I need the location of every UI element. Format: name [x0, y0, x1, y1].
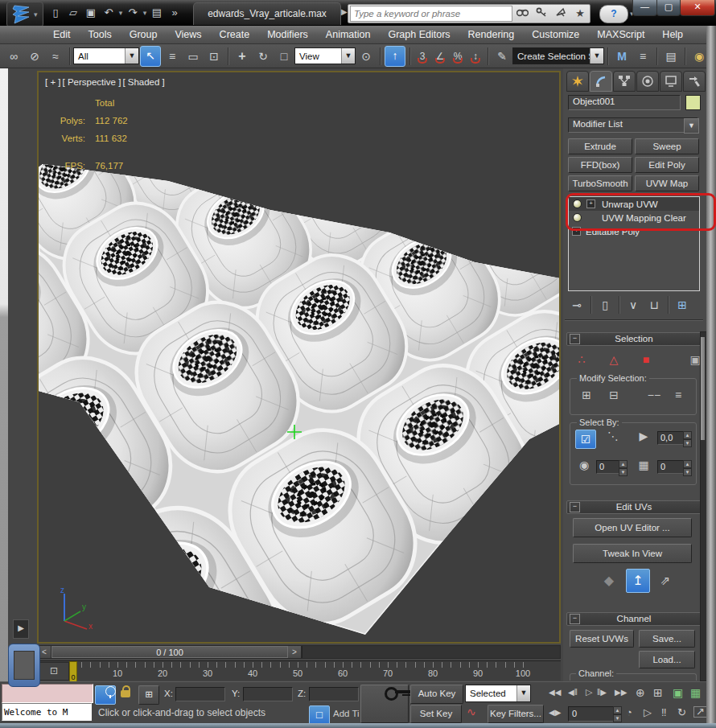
uv-projection-icon[interactable]: ⇗: [655, 570, 676, 591]
workspace-icon[interactable]: ▤: [148, 5, 166, 21]
stack-row-editable-poly[interactable]: + Editable Poly: [569, 224, 699, 238]
menu-rendering[interactable]: Rendering: [459, 26, 524, 43]
redo-icon[interactable]: ↷: [124, 5, 142, 21]
y-coord-field[interactable]: [243, 687, 293, 701]
modifier-button-ffd-box[interactable]: FFD(box): [568, 157, 632, 173]
search-binoculars-icon[interactable]: [512, 6, 532, 22]
reset-uvws-button[interactable]: Reset UVWs: [570, 630, 634, 648]
menu-animation[interactable]: Animation: [317, 26, 380, 43]
show-end-result-icon[interactable]: ▯: [595, 295, 615, 315]
modifier-button-edit-poly[interactable]: Edit Poly: [635, 157, 699, 173]
smoothing-group-spinner[interactable]: ▲▼: [619, 460, 628, 476]
current-frame-marker[interactable]: 0: [69, 661, 77, 682]
open-mini-curve-editor-button[interactable]: ⊡: [39, 662, 69, 681]
application-menu-button[interactable]: ▾: [6, 2, 43, 27]
uv-tweak-active-icon[interactable]: ↥: [626, 569, 650, 593]
planar-angle-field[interactable]: 0,0: [657, 431, 686, 445]
edge-ring-icon[interactable]: ≡: [669, 389, 688, 401]
tab-display[interactable]: [660, 71, 682, 92]
add-time-tag[interactable]: Add Ti: [333, 709, 360, 718]
modifier-list-arrow-icon[interactable]: ▼: [684, 118, 699, 134]
redo-dropdown-icon[interactable]: ▾: [142, 5, 148, 21]
select-and-link-icon[interactable]: ∞: [4, 47, 23, 66]
frame-spinner[interactable]: ▲▼: [613, 706, 622, 722]
qat-more-icon[interactable]: »: [166, 5, 183, 21]
next-frame-icon[interactable]: ‖▶: [597, 688, 607, 697]
menu-views[interactable]: Views: [166, 26, 210, 43]
modifier-button-turbosmooth[interactable]: TurboSmooth: [568, 175, 632, 191]
pin-stack-icon[interactable]: ⊸: [567, 295, 586, 315]
named-selection-sets-dropdown[interactable]: Create Selection Se ▼: [512, 47, 604, 64]
select-by-smoothing-group-icon[interactable]: ◉: [575, 459, 593, 471]
menu-graph-editors[interactable]: Graph Editors: [379, 26, 459, 43]
use-pivot-point-icon[interactable]: ⊙: [356, 47, 376, 66]
shrink-selection-icon[interactable]: ⊟: [604, 389, 623, 401]
object-name-field[interactable]: Object001: [568, 95, 681, 110]
time-configuration-icon[interactable]: ◔: [626, 706, 632, 718]
select-and-rotate-icon[interactable]: ↻: [253, 47, 273, 66]
matid-field[interactable]: 0: [657, 460, 686, 474]
select-object-icon[interactable]: ↖: [140, 46, 161, 67]
modifier-button-sweep[interactable]: Sweep: [635, 138, 699, 154]
grow-selection-icon[interactable]: ⊞: [577, 389, 596, 401]
undo-dropdown-icon[interactable]: ▾: [117, 5, 124, 21]
expand-icon[interactable]: +: [586, 199, 595, 208]
remove-modifier-icon[interactable]: ⊔: [644, 295, 664, 315]
close-button[interactable]: ✕: [680, 0, 715, 16]
menu-help[interactable]: Help: [653, 26, 692, 43]
tab-utilities[interactable]: [683, 71, 706, 92]
unlink-selection-icon[interactable]: ⊘: [25, 47, 44, 66]
vertex-mode-icon[interactable]: ∴: [572, 350, 591, 369]
maximize-button[interactable]: ▢: [656, 0, 681, 16]
tab-create[interactable]: [566, 71, 589, 92]
save-file-icon[interactable]: ▣: [82, 5, 100, 21]
coordinate-display-toggle[interactable]: ⊞: [138, 685, 159, 705]
next-frame-arrow[interactable]: >: [288, 646, 302, 658]
viewport-layout-tab-active[interactable]: [8, 644, 40, 687]
previous-frame-icon[interactable]: ◀‖: [568, 688, 578, 697]
open-file-icon[interactable]: ▱: [64, 5, 82, 21]
window-crossing-icon[interactable]: ⊡: [204, 47, 224, 66]
select-by-name-icon[interactable]: ≡: [163, 47, 182, 66]
zoom-all-icon[interactable]: ⊞: [653, 686, 663, 699]
zoom-extents-all-icon[interactable]: ▦: [690, 686, 701, 699]
key-mode-toggle-icon[interactable]: ◀▶: [549, 708, 561, 717]
viewport-pov-menu[interactable]: [ Perspective ]: [63, 77, 121, 87]
menu-customize[interactable]: Customize: [523, 26, 588, 43]
edge-mode-icon[interactable]: △: [604, 350, 623, 369]
play-icon[interactable]: ▷: [586, 687, 592, 697]
tab-hierarchy[interactable]: [613, 71, 636, 92]
set-keys-button[interactable]: [360, 685, 409, 723]
default-tangent-icon[interactable]: ∿: [467, 705, 476, 718]
rollout-edit-uvs-header[interactable]: − Edit UVs: [566, 500, 702, 514]
tweak-in-view-button[interactable]: Tweak In View: [573, 544, 692, 563]
zoom-icon[interactable]: ⊕: [636, 686, 645, 699]
uv-transform-disabled-icon[interactable]: ◆: [599, 570, 619, 591]
field-of-view-icon[interactable]: ▷: [644, 706, 652, 718]
z-coord-field[interactable]: [309, 687, 359, 701]
go-to-start-icon[interactable]: ◀◀: [549, 688, 561, 697]
load-uvws-button[interactable]: Load...: [639, 651, 695, 668]
menu-maxscript[interactable]: MAXScript: [588, 26, 653, 43]
edit-named-selection-sets-icon[interactable]: ✎: [492, 47, 512, 66]
x-coord-field[interactable]: [175, 687, 225, 701]
select-by-matid-icon[interactable]: ▦: [635, 459, 652, 471]
scene-explorer-cube-button[interactable]: □: [309, 705, 330, 725]
selection-filter-dropdown[interactable]: All ▼: [73, 47, 139, 64]
scrollbar-thumb[interactable]: [701, 337, 705, 440]
menu-create[interactable]: Create: [211, 26, 259, 43]
time-slider-handle[interactable]: 0 / 100: [51, 646, 288, 658]
viewport-shading-menu[interactable]: [ Shaded ]: [122, 77, 164, 87]
favorites-star-icon[interactable]: ★: [570, 6, 590, 22]
key-mode-dropdown[interactable]: Selected ▼: [465, 685, 531, 702]
tab-modify[interactable]: [590, 71, 612, 92]
new-file-icon[interactable]: ▯: [47, 5, 64, 21]
edge-loop-icon[interactable]: −−: [644, 389, 664, 401]
select-and-scale-icon[interactable]: □: [274, 47, 294, 66]
rectangular-selection-region-icon[interactable]: ▭: [183, 47, 203, 66]
layout-tab-flyout-button[interactable]: ▶: [13, 619, 29, 639]
matid-spinner[interactable]: ▲▼: [683, 460, 692, 476]
stack-row-uvw-mapping-clear[interactable]: UVW Mapping Clear: [569, 211, 699, 224]
time-slider-track[interactable]: [302, 646, 560, 658]
select-and-move-icon[interactable]: +: [232, 47, 252, 66]
